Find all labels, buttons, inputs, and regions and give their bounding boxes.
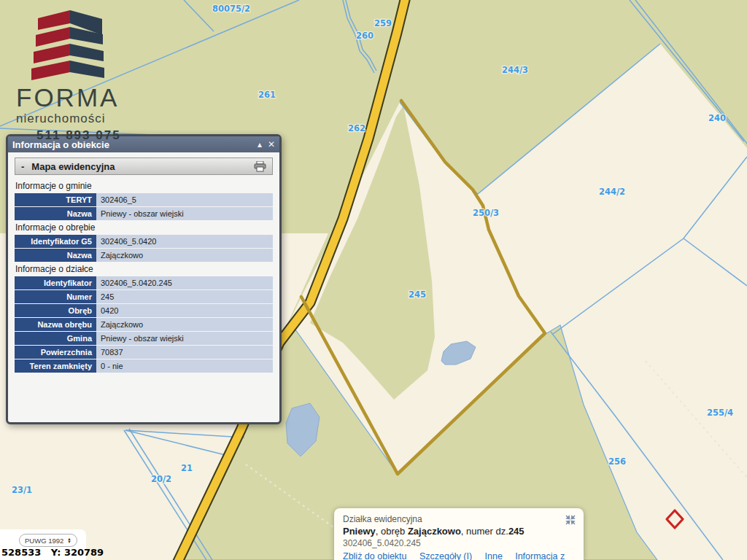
parcel-label: 260 [356, 31, 374, 41]
feature-title-sep2: , numer dz. [461, 526, 508, 537]
parcel-label: 256 [608, 456, 626, 467]
coord-y-value: 320789 [64, 547, 104, 558]
collapse-popup-icon[interactable] [565, 514, 576, 526]
table-row: Nazwa Zajączkowo [15, 249, 273, 262]
info-window-title: Informacja o obiekcie [12, 139, 252, 150]
row-label: Nazwa obrębu [15, 318, 96, 331]
table-row: Nazwa Pniewy - obszar wiejski [15, 207, 273, 220]
table-row: Powierzchnia 70837 [15, 346, 273, 359]
info-window-titlebar[interactable]: Informacja o obiekcie ▴ ✕ [8, 136, 279, 152]
row-value: 0 - nie [96, 359, 273, 373]
parcel-label: 250/3 [473, 208, 499, 218]
close-icon[interactable]: ✕ [268, 140, 275, 149]
table-row: Obręb 0420 [15, 304, 273, 317]
row-value: Pniewy - obszar wiejski [96, 332, 273, 345]
feature-links: Zbliż do obiektu Szczegóły (I) Inne Info… [343, 551, 575, 560]
parcel-label: 21 [181, 463, 193, 473]
feature-title-number: 245 [508, 526, 525, 537]
feature-identifier: 302406_5.0420.245 [343, 538, 575, 548]
parcel-label: 240 [708, 113, 726, 123]
row-value: 302406_5.0420.245 [96, 276, 273, 289]
feature-title: Pniewy, obręb Zajączkowo, numer dz.245 [343, 526, 575, 537]
crs-select[interactable]: PUWG 1992 ▲▼ [19, 534, 77, 547]
section-title: Mapa ewidencyjna [31, 161, 254, 172]
table-row: Gmina Pniewy - obszar wiejski [15, 332, 273, 345]
feature-title-district: Zajączkowo [408, 526, 461, 537]
feature-popup: Działka ewidencyjna Pniewy, obręb Zającz… [334, 508, 584, 560]
spinner-arrows-icon: ▲▼ [67, 537, 71, 543]
table-row: Identyfikator 302406_5.0420.245 [15, 276, 273, 289]
feature-type-label: Działka ewidencyjna [343, 514, 575, 524]
info-window-body: - Mapa ewidencyjna Informacje o gminie T… [8, 152, 279, 422]
parcel-label: 23/1 [12, 485, 32, 495]
parcel-label: 259 [374, 18, 392, 28]
zoom-to-object-link[interactable]: Zbliż do obiektu [343, 551, 407, 560]
parcel-label: 244/2 [599, 187, 625, 197]
row-value: 0420 [96, 304, 273, 317]
parcel-label: 261 [258, 90, 276, 100]
table-row: TERYT 302406_5 [15, 193, 273, 206]
parcel-label: 20/2 [151, 474, 171, 484]
parcel-label: 245 [409, 289, 426, 300]
row-label: Numer [15, 290, 96, 303]
row-value: 245 [96, 290, 273, 303]
section-header-mapa-ewidencyjna[interactable]: - Mapa ewidencyjna [15, 158, 273, 175]
row-value: 70837 [96, 346, 273, 359]
row-value: 302406_5 [96, 193, 273, 206]
row-label: Obręb [15, 304, 96, 317]
row-label: Nazwa [15, 249, 96, 262]
group-heading-gmina: Informacje o gminie [15, 179, 273, 193]
coord-x-value: 528533 [1, 547, 41, 558]
coordinates-panel: PUWG 1992 ▲▼ 528533 Y: 320789 [0, 529, 86, 560]
row-label: Nazwa [15, 207, 96, 220]
row-label: Identyfikator G5 [15, 235, 96, 248]
table-row: Identyfikator G5 302406_5.0420 [15, 235, 273, 248]
table-row: Numer 245 [15, 290, 273, 303]
row-label: Powierzchnia [15, 346, 96, 359]
feature-title-commune: Pniewy [343, 526, 376, 537]
row-value: Zajączkowo [96, 249, 273, 262]
crs-select-value: PUWG 1992 [25, 537, 63, 545]
coord-y-label: Y: [51, 547, 61, 558]
cursor-coordinates: 528533 Y: 320789 [1, 547, 104, 558]
row-label: Teren zamknięty [15, 359, 96, 373]
row-value: Pniewy - obszar wiejski [96, 207, 273, 220]
row-label: Gmina [15, 332, 96, 345]
group-heading-dzialka: Informacje o działce [15, 262, 273, 276]
group-heading-obreb: Informacje o obrębie [15, 221, 273, 235]
parcel-label: 80075/2 [212, 4, 250, 14]
print-icon[interactable] [254, 161, 266, 172]
parcel-label: 255/4 [707, 408, 733, 418]
feature-title-sep1: , obręb [376, 526, 408, 537]
parcel-label: 262 [348, 123, 365, 133]
table-row: Nazwa obrębu Zajączkowo [15, 318, 273, 331]
table-row: Teren zamknięty 0 - nie [15, 359, 273, 373]
minimize-icon[interactable]: ▴ [258, 140, 262, 149]
row-value: Zajączkowo [96, 318, 273, 331]
row-label: TERYT [15, 193, 96, 206]
details-link[interactable]: Szczegóły (I) [419, 551, 472, 560]
row-label: Identyfikator [15, 276, 96, 289]
parcel-label: 244/3 [502, 65, 528, 75]
other-link[interactable]: Inne [485, 551, 503, 560]
collapse-indicator: - [21, 161, 24, 172]
row-value: 302406_5.0420 [96, 235, 273, 248]
info-window: Informacja o obiekcie ▴ ✕ - Mapa ewidenc… [6, 134, 282, 424]
